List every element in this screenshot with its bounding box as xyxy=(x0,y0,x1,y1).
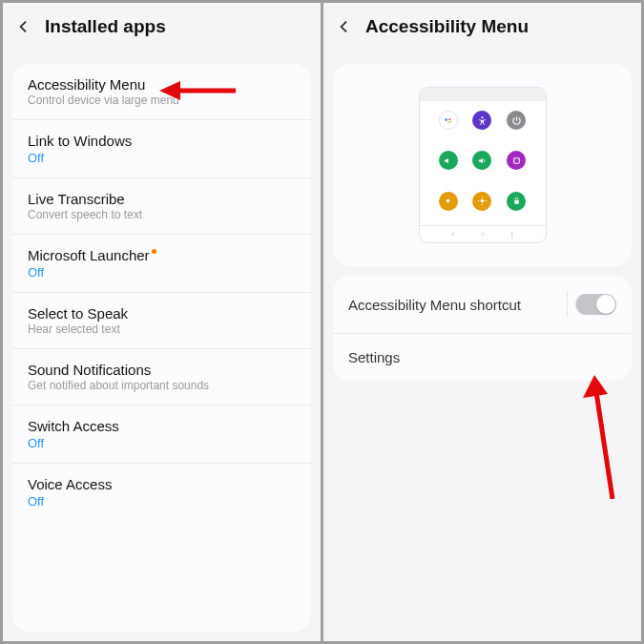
svg-point-6 xyxy=(481,116,483,118)
recent-apps-icon xyxy=(507,151,526,170)
assistant-icon xyxy=(439,111,458,130)
apps-list: Accessibility Menu Control device via la… xyxy=(12,64,311,632)
svg-point-4 xyxy=(448,121,450,123)
illustration-card: ‹ ○ | xyxy=(333,64,632,266)
item-subtitle: Control device via large menu xyxy=(28,93,296,107)
svg-point-8 xyxy=(447,199,450,203)
svg-point-3 xyxy=(449,118,451,120)
item-status: Off xyxy=(28,494,296,509)
settings-row[interactable]: Settings xyxy=(333,334,632,381)
item-subtitle: Hear selected text xyxy=(28,322,296,336)
options-list: Accessibility Menu shortcut Settings xyxy=(333,276,632,381)
item-subtitle: Get notified about important sounds xyxy=(28,379,296,392)
svg-point-5 xyxy=(450,120,451,121)
list-item-link-to-windows[interactable]: Link to Windows Off xyxy=(12,120,311,178)
toggle-knob-icon xyxy=(596,295,615,314)
list-item-live-transcribe[interactable]: Live Transcribe Convert speech to text xyxy=(12,178,311,235)
back-icon[interactable] xyxy=(16,19,31,34)
list-item-voice-access[interactable]: Voice Access Off xyxy=(12,464,311,521)
lock-icon xyxy=(507,192,526,211)
brightness-down-icon xyxy=(439,192,458,211)
back-icon[interactable] xyxy=(337,19,352,34)
nav-home-icon: ○ xyxy=(480,230,485,239)
volume-up-icon xyxy=(472,151,491,170)
list-item-accessibility-menu[interactable]: Accessibility Menu Control device via la… xyxy=(12,64,311,120)
svg-line-15 xyxy=(596,392,613,499)
svg-point-9 xyxy=(481,199,485,203)
annotation-arrow-icon xyxy=(570,375,627,499)
list-item-sound-notifications[interactable]: Sound Notifications Get notified about i… xyxy=(12,349,311,405)
item-subtitle: Convert speech to text xyxy=(28,208,296,221)
header: Accessibility Menu xyxy=(323,3,641,51)
item-status: Off xyxy=(28,151,296,165)
accessibility-icon xyxy=(472,111,491,130)
item-title: Microsoft Launcher xyxy=(28,247,296,263)
notification-dot-icon xyxy=(152,249,156,254)
power-icon xyxy=(507,111,526,130)
item-title: Link to Windows xyxy=(28,133,296,149)
item-title-text: Microsoft Launcher xyxy=(28,247,150,263)
svg-rect-14 xyxy=(514,200,519,204)
item-status: Off xyxy=(28,436,296,450)
list-item-microsoft-launcher[interactable]: Microsoft Launcher Off xyxy=(12,235,311,293)
phone-navbar: ‹ ○ | xyxy=(420,225,546,242)
item-title: Switch Access xyxy=(28,418,296,434)
shortcut-toggle[interactable] xyxy=(575,294,616,315)
settings-label: Settings xyxy=(348,349,400,365)
installed-apps-panel: Installed apps Accessibility Menu Contro… xyxy=(3,3,321,641)
list-item-switch-access[interactable]: Switch Access Off xyxy=(12,405,311,464)
page-title: Installed apps xyxy=(45,16,166,37)
item-title: Select to Speak xyxy=(28,305,296,322)
shortcut-toggle-row[interactable]: Accessibility Menu shortcut xyxy=(333,276,632,334)
item-status: Off xyxy=(28,265,296,280)
item-title: Live Transcribe xyxy=(28,191,296,207)
item-title: Voice Access xyxy=(28,476,296,492)
toggle-wrap xyxy=(567,291,616,318)
header: Installed apps xyxy=(3,3,321,51)
separator-icon xyxy=(567,291,568,318)
list-item-select-to-speak[interactable]: Select to Speak Hear selected text xyxy=(12,293,311,349)
item-title: Accessibility Menu xyxy=(28,76,296,93)
volume-down-icon xyxy=(439,151,458,170)
accessibility-menu-panel: Accessibility Menu xyxy=(323,3,641,641)
svg-rect-7 xyxy=(513,158,519,164)
nav-recent-icon: | xyxy=(511,230,513,239)
brightness-up-icon xyxy=(472,192,491,211)
phone-illustration: ‹ ○ | xyxy=(419,87,547,243)
item-title: Sound Notifications xyxy=(28,362,296,378)
svg-point-2 xyxy=(446,118,448,121)
shortcut-label: Accessibility Menu shortcut xyxy=(348,297,521,313)
nav-back-icon: ‹ xyxy=(451,230,454,239)
page-title: Accessibility Menu xyxy=(365,16,529,37)
phone-statusbar-icon xyxy=(420,88,546,101)
menu-icon-grid xyxy=(427,111,538,221)
